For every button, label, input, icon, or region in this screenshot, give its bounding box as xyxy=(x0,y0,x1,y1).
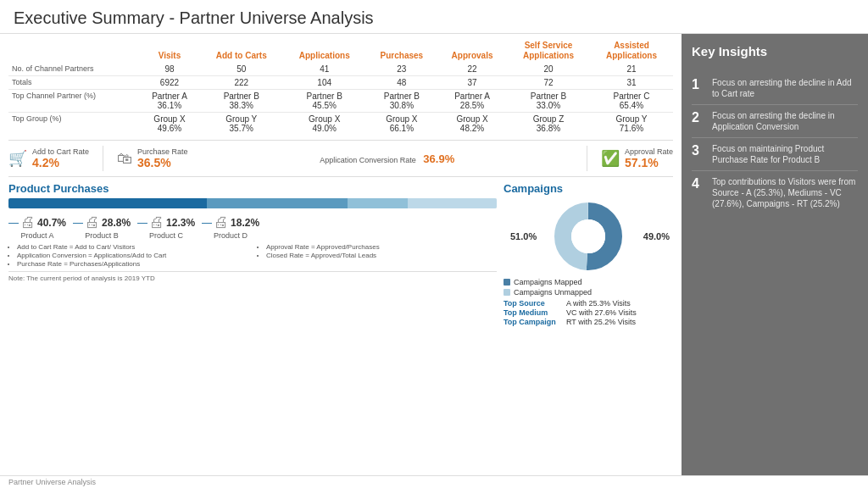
campaign-legend: Campaigns Mapped Campaigns Unmapped xyxy=(504,278,673,297)
top-medium-value: VC with 27.6% Visits xyxy=(566,308,637,317)
bar-segment-product-a xyxy=(8,198,207,208)
kpi-add-to-cart-value: 4.2% xyxy=(32,156,89,169)
table-cell-carts: 222 xyxy=(200,76,283,90)
col-header-purchases: Purchases xyxy=(366,39,437,63)
legend-dot-unmapped xyxy=(504,289,510,296)
campaign-stats: Top Source A with 25.3% Visits Top Mediu… xyxy=(504,299,673,326)
table-cell-visits: 98 xyxy=(139,63,200,76)
header: Executive Summary - Partner Universe Ana… xyxy=(0,0,868,34)
table-cell-approvals: 22 xyxy=(437,63,507,76)
app-conversion-label: Application Conversion Rate xyxy=(320,156,416,164)
table-cell-assisted: 31 xyxy=(590,76,673,90)
top-campaign-label: Top Campaign xyxy=(504,318,563,326)
table-cell-self_service: 72 xyxy=(507,76,590,90)
kpi-divider-1 xyxy=(103,146,103,171)
legend-dot-mapped xyxy=(504,279,510,286)
col-header-carts: Add to Carts xyxy=(200,39,283,63)
insight-text: Focus on arresting the decline in Add to… xyxy=(712,77,858,99)
table-cell-assisted: 21 xyxy=(590,63,673,76)
formula-item: Purchase Rate = Purchases/Applications xyxy=(17,260,248,268)
product-section: Product Purchases — 🖨 40.7% Product A — … xyxy=(8,182,497,470)
table-cell-visits: Group X 49.6% xyxy=(139,113,200,136)
table-cell-carts: Group Y 35.7% xyxy=(200,113,283,136)
col-header-assisted: AssistedApplications xyxy=(590,39,673,63)
formula-right: Approval Rate = Approved/PurchasesClosed… xyxy=(258,243,497,269)
svg-point-2 xyxy=(571,219,605,253)
stat-top-medium: Top Medium VC with 27.6% Visits xyxy=(504,308,673,317)
donut-label-mapped: 51.0% xyxy=(510,231,537,241)
campaign-section: Campaigns 51.0% 49.0% xyxy=(504,182,673,470)
table-row: Top Group (%)Group X 49.6%Group Y 35.7%G… xyxy=(8,113,673,136)
donut-label-unmapped: 49.0% xyxy=(643,231,670,241)
campaign-donut: 51.0% 49.0% xyxy=(504,198,673,274)
legend-mapped-label: Campaigns Mapped xyxy=(514,278,582,286)
insight-item: 1 Focus on arresting the decline in Add … xyxy=(692,72,858,105)
table-row: Totals692222210448377231 xyxy=(8,76,673,90)
insight-item: 2 Focus on arresting the decline in Appl… xyxy=(692,105,858,138)
col-header-applications: Applications xyxy=(283,39,366,63)
kpi-add-to-cart: 🛒 Add to Cart Rate 4.2% xyxy=(8,147,89,169)
left-panel: Visits Add to Carts Applications Purchas… xyxy=(0,34,682,475)
table-cell-purchases: 48 xyxy=(366,76,437,90)
table-row: Top Channel Partner (%)Partner A 36.1%Pa… xyxy=(8,90,673,113)
insight-text: Top contributions to Visitors were from … xyxy=(712,176,858,209)
product-item: — 🖨 40.7% Product A xyxy=(8,214,66,240)
product-item: — 🖨 28.8% Product B xyxy=(73,214,131,240)
table-cell-carts: Partner B 38.3% xyxy=(200,90,283,113)
col-header-empty xyxy=(8,39,139,63)
note-text: Note: The current period of analysis is … xyxy=(8,271,497,282)
table-cell-purchases: 23 xyxy=(366,63,437,76)
formula-left: Add to Cart Rate = Add to Cart/ Visitors… xyxy=(8,243,248,269)
footer-text: Partner Universe Analysis xyxy=(8,478,96,486)
app-conversion-value: 36.9% xyxy=(423,152,454,165)
formula-item: Application Conversion = Applications/Ad… xyxy=(17,252,248,259)
table-cell-approvals: Partner A 28.5% xyxy=(437,90,507,113)
kpi-purchase-label: Purchase Rate xyxy=(137,147,188,156)
col-header-self-service: Self ServiceApplications xyxy=(507,39,590,63)
top-campaign-value: RT with 25.2% Visits xyxy=(566,318,636,326)
kpi-purchase-rate: 🛍 Purchase Rate 36.5% xyxy=(117,147,188,169)
formulas-row: Add to Cart Rate = Add to Cart/ Visitors… xyxy=(8,243,497,269)
table-cell-label: Totals xyxy=(8,76,139,90)
kpi-approval-label: Approval Rate xyxy=(625,147,673,156)
formula-item: Add to Cart Rate = Add to Cart/ Visitors xyxy=(17,243,248,251)
insight-text: Focus on maintaining Product Purchase Ra… xyxy=(712,143,858,165)
product-item: — 🖨 18.2% Product D xyxy=(202,214,259,240)
product-item: — 🖨 12.3% Product C xyxy=(137,214,195,240)
legend-unmapped-label: Campaigns Unmapped xyxy=(514,288,592,297)
table-cell-assisted: Group Y 71.6% xyxy=(590,113,673,136)
table-cell-purchases: Partner B 30.8% xyxy=(366,90,437,113)
product-bar xyxy=(8,198,497,208)
insight-item: 4 Top contributions to Visitors were fro… xyxy=(692,171,858,214)
donut-chart xyxy=(550,198,626,274)
kpi-divider-2 xyxy=(587,146,587,171)
insight-text: Focus on arresting the decline in Applic… xyxy=(712,110,858,132)
stat-top-campaign: Top Campaign RT with 25.2% Visits xyxy=(504,318,673,326)
main-content: Visits Add to Carts Applications Purchas… xyxy=(0,34,868,475)
stat-top-source: Top Source A with 25.3% Visits xyxy=(504,299,673,308)
page-title: Executive Summary - Partner Universe Ana… xyxy=(14,8,854,28)
table-cell-self_service: Partner B 33.0% xyxy=(507,90,590,113)
table-cell-label: Top Channel Partner (%) xyxy=(8,90,139,113)
table-cell-label: Top Group (%) xyxy=(8,113,139,136)
table-cell-applications: Partner B 45.5% xyxy=(283,90,366,113)
footer: Partner Universe Analysis xyxy=(0,475,868,488)
page: Executive Summary - Partner Universe Ana… xyxy=(0,0,868,488)
col-header-approvals: Approvals xyxy=(437,39,507,63)
table-cell-approvals: Group X 48.2% xyxy=(437,113,507,136)
table-cell-label: No. of Channel Partners xyxy=(8,63,139,76)
table-cell-purchases: Group X 66.1% xyxy=(366,113,437,136)
formula-item: Approval Rate = Approved/Purchases xyxy=(266,243,497,251)
campaign-title: Campaigns xyxy=(504,182,673,195)
table-cell-approvals: 37 xyxy=(437,76,507,90)
table-cell-self_service: 20 xyxy=(507,63,590,76)
table-cell-applications: 104 xyxy=(283,76,366,90)
legend-unmapped: Campaigns Unmapped xyxy=(504,288,673,297)
insight-num: 3 xyxy=(692,143,705,165)
col-header-visits: Visits xyxy=(139,39,200,63)
table-cell-self_service: Group Z 36.8% xyxy=(507,113,590,136)
table-cell-applications: Group X 49.0% xyxy=(283,113,366,136)
insight-num: 1 xyxy=(692,77,705,99)
insight-num: 2 xyxy=(692,110,705,132)
bar-segment-product-c xyxy=(348,198,408,208)
